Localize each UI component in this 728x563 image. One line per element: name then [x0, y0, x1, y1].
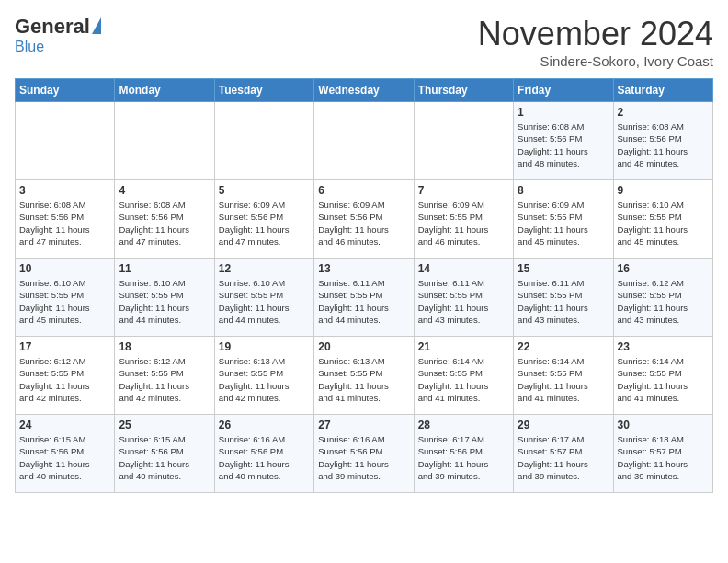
- calendar-table: SundayMondayTuesdayWednesdayThursdayFrid…: [15, 78, 713, 493]
- calendar-week-3: 10Sunrise: 6:10 AM Sunset: 5:55 PM Dayli…: [16, 259, 713, 337]
- column-header-monday: Monday: [115, 79, 214, 102]
- day-number: 14: [418, 262, 509, 275]
- calendar-cell: [16, 102, 115, 180]
- month-title: November 2024: [478, 15, 713, 53]
- calendar-cell: 25Sunrise: 6:15 AM Sunset: 5:56 PM Dayli…: [115, 415, 214, 493]
- day-info: Sunrise: 6:15 AM Sunset: 5:56 PM Dayligh…: [119, 433, 210, 482]
- calendar-cell: 28Sunrise: 6:17 AM Sunset: 5:56 PM Dayli…: [414, 415, 513, 493]
- day-info: Sunrise: 6:11 AM Sunset: 5:55 PM Dayligh…: [418, 277, 509, 326]
- day-info: Sunrise: 6:08 AM Sunset: 5:56 PM Dayligh…: [19, 199, 110, 247]
- calendar-week-1: 1Sunrise: 6:08 AM Sunset: 5:56 PM Daylig…: [16, 102, 713, 180]
- calendar-cell: 7Sunrise: 6:09 AM Sunset: 5:55 PM Daylig…: [414, 180, 513, 259]
- day-number: 1: [518, 106, 609, 119]
- day-number: 26: [219, 419, 310, 431]
- day-number: 5: [219, 184, 310, 197]
- day-info: Sunrise: 6:10 AM Sunset: 5:55 PM Dayligh…: [618, 199, 709, 247]
- day-info: Sunrise: 6:09 AM Sunset: 5:56 PM Dayligh…: [318, 199, 409, 247]
- day-info: Sunrise: 6:10 AM Sunset: 5:55 PM Dayligh…: [19, 277, 110, 326]
- day-number: 15: [518, 262, 609, 275]
- day-number: 7: [418, 184, 509, 197]
- day-info: Sunrise: 6:17 AM Sunset: 5:57 PM Dayligh…: [518, 433, 609, 482]
- calendar-cell: 18Sunrise: 6:12 AM Sunset: 5:55 PM Dayli…: [115, 337, 214, 415]
- logo-blue-text: Blue: [15, 39, 44, 55]
- day-info: Sunrise: 6:17 AM Sunset: 5:56 PM Dayligh…: [418, 433, 509, 482]
- calendar-cell: 11Sunrise: 6:10 AM Sunset: 5:55 PM Dayli…: [115, 259, 214, 337]
- calendar-cell: [214, 102, 313, 180]
- day-info: Sunrise: 6:12 AM Sunset: 5:55 PM Dayligh…: [19, 355, 110, 404]
- day-info: Sunrise: 6:18 AM Sunset: 5:57 PM Dayligh…: [618, 433, 709, 482]
- day-number: 29: [518, 419, 609, 431]
- day-number: 4: [119, 184, 210, 197]
- day-info: Sunrise: 6:09 AM Sunset: 5:56 PM Dayligh…: [219, 199, 310, 247]
- day-info: Sunrise: 6:15 AM Sunset: 5:56 PM Dayligh…: [19, 433, 110, 482]
- day-number: 25: [119, 419, 210, 431]
- day-number: 24: [19, 419, 110, 431]
- calendar-week-4: 17Sunrise: 6:12 AM Sunset: 5:55 PM Dayli…: [16, 337, 713, 415]
- calendar-cell: 1Sunrise: 6:08 AM Sunset: 5:56 PM Daylig…: [514, 102, 613, 180]
- day-number: 6: [318, 184, 409, 197]
- title-section: November 2024 Sindere-Sokoro, Ivory Coas…: [478, 15, 713, 69]
- calendar-cell: 30Sunrise: 6:18 AM Sunset: 5:57 PM Dayli…: [613, 415, 712, 493]
- day-number: 17: [19, 340, 110, 353]
- day-number: 12: [219, 262, 310, 275]
- column-header-saturday: Saturday: [613, 79, 712, 102]
- day-info: Sunrise: 6:11 AM Sunset: 5:55 PM Dayligh…: [518, 277, 609, 326]
- location-subtitle: Sindere-Sokoro, Ivory Coast: [478, 53, 713, 69]
- calendar-header-row: SundayMondayTuesdayWednesdayThursdayFrid…: [16, 79, 713, 102]
- calendar-cell: 8Sunrise: 6:09 AM Sunset: 5:55 PM Daylig…: [514, 180, 613, 259]
- day-number: 11: [119, 262, 210, 275]
- calendar-cell: 21Sunrise: 6:14 AM Sunset: 5:55 PM Dayli…: [414, 337, 513, 415]
- logo-triangle-icon: [92, 17, 101, 34]
- day-number: 10: [19, 262, 110, 275]
- calendar-cell: 26Sunrise: 6:16 AM Sunset: 5:56 PM Dayli…: [214, 415, 313, 493]
- day-info: Sunrise: 6:14 AM Sunset: 5:55 PM Dayligh…: [618, 355, 709, 404]
- day-number: 19: [219, 340, 310, 353]
- day-number: 8: [518, 184, 609, 197]
- calendar-cell: 16Sunrise: 6:12 AM Sunset: 5:55 PM Dayli…: [613, 259, 712, 337]
- day-info: Sunrise: 6:10 AM Sunset: 5:55 PM Dayligh…: [119, 277, 210, 326]
- calendar-cell: 3Sunrise: 6:08 AM Sunset: 5:56 PM Daylig…: [16, 180, 115, 259]
- column-header-sunday: Sunday: [16, 79, 115, 102]
- calendar-cell: [314, 102, 414, 180]
- day-info: Sunrise: 6:16 AM Sunset: 5:56 PM Dayligh…: [318, 433, 409, 482]
- calendar-cell: 19Sunrise: 6:13 AM Sunset: 5:55 PM Dayli…: [214, 337, 313, 415]
- calendar-cell: 6Sunrise: 6:09 AM Sunset: 5:56 PM Daylig…: [314, 180, 414, 259]
- calendar-week-2: 3Sunrise: 6:08 AM Sunset: 5:56 PM Daylig…: [16, 180, 713, 259]
- day-info: Sunrise: 6:16 AM Sunset: 5:56 PM Dayligh…: [219, 433, 310, 482]
- column-header-wednesday: Wednesday: [314, 79, 414, 102]
- page-header: General Blue November 2024 Sindere-Sokor…: [15, 15, 713, 69]
- day-info: Sunrise: 6:08 AM Sunset: 5:56 PM Dayligh…: [618, 121, 709, 169]
- calendar-cell: 14Sunrise: 6:11 AM Sunset: 5:55 PM Dayli…: [414, 259, 513, 337]
- day-number: 27: [318, 419, 409, 431]
- day-info: Sunrise: 6:14 AM Sunset: 5:55 PM Dayligh…: [418, 355, 509, 404]
- calendar-cell: 5Sunrise: 6:09 AM Sunset: 5:56 PM Daylig…: [214, 180, 313, 259]
- day-info: Sunrise: 6:12 AM Sunset: 5:55 PM Dayligh…: [119, 355, 210, 404]
- day-number: 2: [618, 106, 709, 119]
- day-number: 20: [318, 340, 409, 353]
- calendar-cell: 17Sunrise: 6:12 AM Sunset: 5:55 PM Dayli…: [16, 337, 115, 415]
- calendar-cell: 29Sunrise: 6:17 AM Sunset: 5:57 PM Dayli…: [514, 415, 613, 493]
- day-info: Sunrise: 6:09 AM Sunset: 5:55 PM Dayligh…: [518, 199, 609, 247]
- day-number: 18: [119, 340, 210, 353]
- day-info: Sunrise: 6:11 AM Sunset: 5:55 PM Dayligh…: [318, 277, 409, 326]
- day-info: Sunrise: 6:08 AM Sunset: 5:56 PM Dayligh…: [518, 121, 609, 169]
- day-info: Sunrise: 6:08 AM Sunset: 5:56 PM Dayligh…: [119, 199, 210, 247]
- calendar-cell: 10Sunrise: 6:10 AM Sunset: 5:55 PM Dayli…: [16, 259, 115, 337]
- day-number: 22: [518, 340, 609, 353]
- column-header-friday: Friday: [514, 79, 613, 102]
- calendar-cell: 20Sunrise: 6:13 AM Sunset: 5:55 PM Dayli…: [314, 337, 414, 415]
- column-header-thursday: Thursday: [414, 79, 513, 102]
- day-number: 9: [618, 184, 709, 197]
- calendar-cell: 27Sunrise: 6:16 AM Sunset: 5:56 PM Dayli…: [314, 415, 414, 493]
- calendar-cell: 13Sunrise: 6:11 AM Sunset: 5:55 PM Dayli…: [314, 259, 414, 337]
- day-number: 28: [418, 419, 509, 431]
- calendar-cell: 4Sunrise: 6:08 AM Sunset: 5:56 PM Daylig…: [115, 180, 214, 259]
- calendar-cell: 15Sunrise: 6:11 AM Sunset: 5:55 PM Dayli…: [514, 259, 613, 337]
- calendar-cell: [414, 102, 513, 180]
- logo: General Blue: [15, 15, 101, 55]
- calendar-cell: 9Sunrise: 6:10 AM Sunset: 5:55 PM Daylig…: [613, 180, 712, 259]
- calendar-cell: 12Sunrise: 6:10 AM Sunset: 5:55 PM Dayli…: [214, 259, 313, 337]
- day-number: 16: [618, 262, 709, 275]
- day-info: Sunrise: 6:09 AM Sunset: 5:55 PM Dayligh…: [418, 199, 509, 247]
- day-info: Sunrise: 6:14 AM Sunset: 5:55 PM Dayligh…: [518, 355, 609, 404]
